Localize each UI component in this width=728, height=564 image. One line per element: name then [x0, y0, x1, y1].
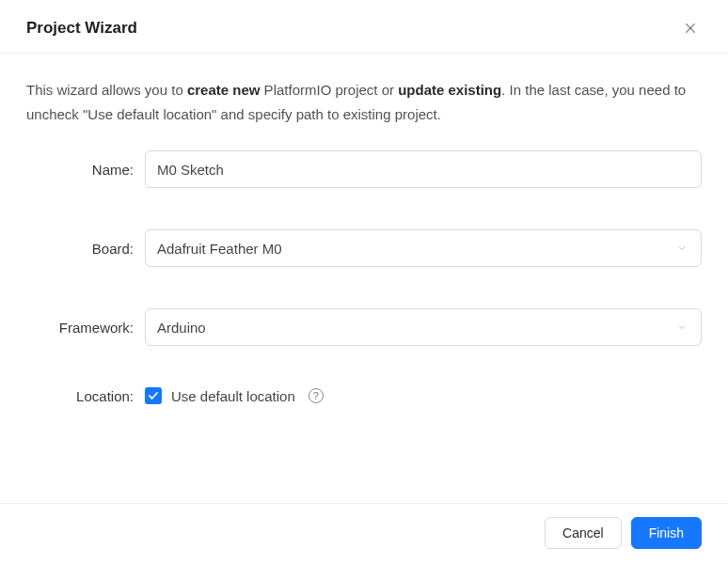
modal-footer: Cancel Finish — [0, 503, 728, 564]
intro-text: This wizard allows you to create new Pla… — [26, 78, 702, 126]
use-default-location-label: Use default location — [171, 388, 295, 404]
chevron-down-icon — [676, 243, 688, 254]
use-default-location-checkbox[interactable] — [145, 387, 162, 404]
board-row: Board: Adafruit Feather M0 — [26, 229, 702, 267]
close-icon — [683, 21, 698, 36]
board-control: Adafruit Feather M0 — [145, 229, 702, 267]
finish-button[interactable]: Finish — [631, 517, 702, 549]
modal-header: Project Wizard — [0, 0, 728, 54]
intro-part2: PlatformIO project or — [260, 82, 398, 98]
name-input[interactable] — [145, 150, 702, 188]
board-select-value: Adafruit Feather M0 — [157, 241, 282, 257]
framework-row: Framework: Arduino — [26, 308, 702, 346]
intro-bold1: create new — [187, 82, 261, 98]
board-select[interactable]: Adafruit Feather M0 — [145, 229, 702, 267]
framework-select-value: Arduino — [157, 320, 206, 336]
name-label: Name: — [26, 162, 145, 178]
framework-label: Framework: — [26, 320, 145, 336]
close-button[interactable] — [679, 17, 702, 39]
intro-bold2: update existing — [398, 82, 501, 98]
framework-select[interactable]: Arduino — [145, 308, 702, 346]
chevron-down-icon — [676, 321, 688, 333]
location-row: Location: Use default location ? — [26, 387, 702, 404]
board-label: Board: — [26, 241, 145, 257]
check-icon — [148, 390, 159, 401]
location-checkbox-wrap: Use default location ? — [145, 387, 702, 404]
modal-title: Project Wizard — [26, 19, 137, 38]
help-icon[interactable]: ? — [309, 388, 324, 403]
location-control: Use default location ? — [145, 387, 702, 404]
location-label: Location: — [26, 388, 145, 404]
name-row: Name: — [26, 150, 702, 188]
modal-body: This wizard allows you to create new Pla… — [0, 54, 728, 503]
cancel-button[interactable]: Cancel — [545, 517, 622, 549]
framework-control: Arduino — [145, 308, 702, 346]
name-control — [145, 150, 702, 188]
project-wizard-modal: Project Wizard This wizard allows you to… — [0, 0, 728, 564]
intro-part1: This wizard allows you to — [26, 82, 187, 98]
